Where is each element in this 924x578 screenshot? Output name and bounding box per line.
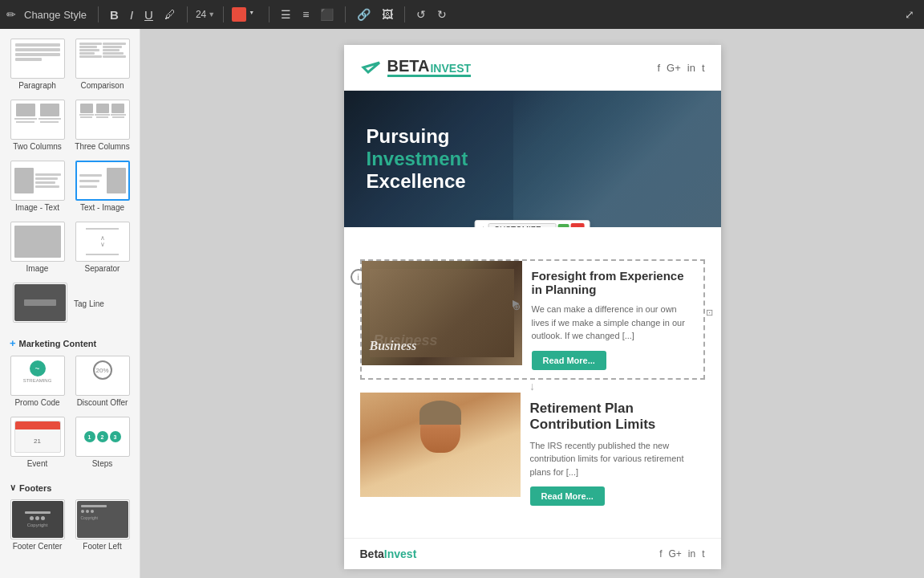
logo-checkmark-icon: [360, 56, 383, 79]
underline-icon[interactable]: U: [141, 6, 156, 23]
toolbar-separator-3: [223, 6, 224, 22]
sidebar-thumb-steps: 1 2 3: [75, 417, 130, 457]
footer-social-linkedin[interactable]: in: [688, 548, 695, 560]
social-linkedin-icon[interactable]: in: [687, 62, 695, 74]
sidebar-thumb-image-text: [10, 161, 65, 201]
hero-toolbar-text-icon[interactable]: t: [480, 224, 487, 227]
font-color-swatch[interactable]: [232, 7, 246, 22]
social-google-icon[interactable]: G+: [667, 62, 681, 74]
sidebar-thumb-event: 21: [10, 417, 65, 457]
toolbar-separator-5: [345, 6, 346, 22]
sidebar-thumb-separator: ∧ ∨: [75, 222, 130, 262]
sidebar-label-footer-center: Footer Center: [13, 542, 63, 551]
sidebar-grid-footers: Copyright Footer Center Copyright: [0, 496, 140, 560]
font-size-value: 24: [196, 9, 206, 20]
font-size-control[interactable]: 24 ▼: [196, 9, 215, 20]
block-drag-right-icon: ⊡: [706, 307, 713, 318]
sidebar-thumb-comparison: [75, 39, 130, 79]
social-twitter-icon[interactable]: t: [702, 62, 705, 74]
footer-logo: BetaInvest: [360, 547, 417, 561]
block-para-icon: ▶: [513, 298, 519, 308]
bold-icon[interactable]: B: [107, 6, 122, 23]
sidebar-grid-marketing: ~ STREAMING Promo Code 20% Discount O: [0, 352, 140, 478]
sidebar-item-image[interactable]: Image: [6, 218, 68, 276]
sidebar-label-image: Image: [26, 264, 49, 273]
social-facebook-icon[interactable]: f: [657, 62, 660, 74]
toolbar-separator-1: [98, 6, 99, 22]
block-2-image-placeholder: [360, 393, 521, 497]
list-unordered-icon[interactable]: ☰: [278, 6, 294, 22]
sidebar-label-tag-line: Tag Line: [74, 299, 104, 308]
sidebar-item-promo-code[interactable]: ~ STREAMING Promo Code: [6, 352, 68, 410]
sidebar-thumb-promo-code: ~ STREAMING: [10, 356, 65, 396]
sidebar-item-discount-offer[interactable]: 20% Discount Offer: [71, 352, 133, 410]
sidebar-item-separator[interactable]: ∧ ∨ Separator: [71, 218, 133, 276]
block-1-down-arrow[interactable]: ↓: [529, 380, 535, 393]
sidebar-item-comparison[interactable]: Comparison: [71, 35, 133, 93]
sidebar-item-two-columns[interactable]: Two Columns: [6, 96, 68, 154]
sidebar-item-event[interactable]: 21 Event: [6, 413, 68, 471]
hero-title-investment: Investment: [367, 148, 468, 170]
align-icon[interactable]: ⬛: [317, 6, 337, 22]
expand-button[interactable]: ⤢: [902, 6, 918, 22]
hero-customize-button[interactable]: CUSTOMIZE ▼: [488, 223, 557, 227]
hero-toolbar-add-button[interactable]: +: [557, 224, 569, 228]
sidebar-label-comparison: Comparison: [81, 81, 124, 90]
content-area: BETA INVEST f G+ in t: [140, 29, 924, 578]
block-2-title: Retirement Plan Contribution Limits: [530, 401, 695, 433]
sidebar-label-separator: Separator: [85, 264, 120, 273]
sidebar-item-steps[interactable]: 1 2 3 Steps: [71, 413, 133, 471]
pencil-icon: ✏: [6, 8, 16, 21]
hero-toolbar-delete-button[interactable]: ✕: [571, 223, 585, 227]
sidebar-item-text-image[interactable]: Text - Image: [71, 157, 133, 215]
footer-social-twitter[interactable]: t: [702, 548, 704, 560]
image-icon[interactable]: 🖼: [379, 6, 396, 22]
hero-title-excellence: Excellence: [367, 170, 468, 193]
redo-icon[interactable]: ↻: [434, 6, 450, 22]
block-1-text: ⊕ Foresight from Experience in Planning …: [522, 261, 703, 378]
page-header: BETA INVEST f G+ in t: [344, 45, 721, 91]
toolbar-separator-4: [269, 6, 270, 22]
footer-social-icons: f G+ in t: [659, 548, 704, 560]
sidebar-item-image-text[interactable]: Image - Text: [6, 157, 68, 215]
sidebar-label-steps: Steps: [92, 459, 113, 468]
sidebar-thumb-footer-center: Copyright: [10, 499, 65, 539]
block-1-image-placeholder: Business: [362, 261, 522, 365]
list-ordered-icon[interactable]: ≡: [299, 6, 312, 22]
section-footers-arrow: ∨: [10, 482, 16, 493]
sidebar-thumb-text-image: [75, 161, 130, 201]
sidebar-label-three-columns: Three Columns: [75, 142, 129, 151]
hero-section: Pursuing Investment Excellence t CUSTOMI…: [344, 91, 721, 227]
block-1-body: We can make a difference in our own live…: [532, 303, 694, 343]
hero-customize-toolbar: t CUSTOMIZE ▼ + ✕: [474, 220, 590, 227]
sidebar-thumb-discount-offer: 20%: [75, 356, 130, 396]
footer-logo-invest: Invest: [384, 547, 416, 560]
content-blocks: i Business ⊕ Foresight from Experience i…: [344, 243, 721, 530]
undo-icon[interactable]: ↺: [413, 6, 429, 22]
sidebar-thumb-tag-line: [13, 283, 67, 323]
footer-social-google[interactable]: G+: [668, 548, 681, 560]
hero-content: Pursuing Investment Excellence: [367, 125, 468, 193]
change-style-button[interactable]: Change Style: [21, 7, 90, 22]
footer-logo-beta: Beta: [360, 547, 384, 560]
block-1-read-more-button[interactable]: Read More...: [532, 351, 606, 370]
section-marketing-content[interactable]: + Marketing Content: [0, 332, 140, 352]
toolbar-right-section: ⤢: [902, 6, 918, 22]
footer-social-facebook[interactable]: f: [659, 548, 662, 560]
sidebar-item-footer-center[interactable]: Copyright Footer Center: [6, 496, 68, 554]
sidebar-item-footer-left[interactable]: Copyright Footer Left: [71, 496, 133, 554]
italic-icon[interactable]: I: [127, 6, 136, 23]
sidebar-item-paragraph[interactable]: Paragraph: [6, 35, 68, 93]
sidebar-item-tag-line[interactable]: Tag Line: [6, 279, 133, 326]
sidebar-label-event: Event: [27, 459, 48, 468]
hero-title-pursuing: Pursuing: [367, 125, 468, 148]
link-icon[interactable]: 🔗: [354, 6, 374, 22]
sidebar-item-three-columns[interactable]: Three Columns: [71, 96, 133, 154]
sidebar-thumb-image: [10, 222, 65, 262]
main-toolbar: ✏ Change Style B I U 🖊 24 ▼ ☰ ≡ ⬛ 🔗 🖼 ↺ …: [0, 0, 924, 29]
highlight-icon[interactable]: 🖊: [161, 6, 179, 22]
sidebar-label-discount-offer: Discount Offer: [77, 398, 128, 407]
block-2-text: Retirement Plan Contribution Limits The …: [521, 393, 705, 515]
block-2-read-more-button[interactable]: Read More...: [530, 486, 605, 506]
section-footers[interactable]: ∨ Footers: [0, 478, 140, 496]
